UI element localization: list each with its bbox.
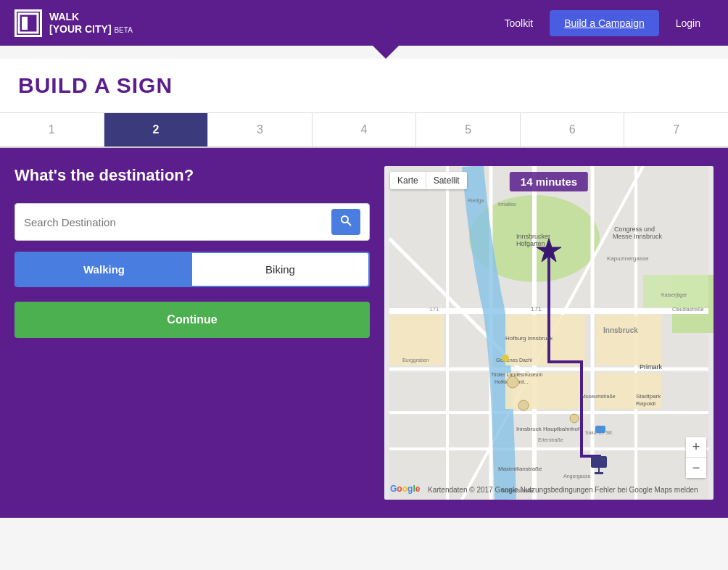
svg-text:Primark: Primark xyxy=(640,363,662,371)
google-logo: Google xyxy=(390,484,420,494)
steps-bar: 1 2 3 4 5 6 7 xyxy=(0,113,728,148)
svg-text:Innsbrucker: Innsbrucker xyxy=(516,233,550,240)
svg-rect-24 xyxy=(505,373,585,409)
logo-area: WALK [YOUR CITY] Beta xyxy=(15,9,133,37)
step-4[interactable]: 4 xyxy=(313,113,417,146)
svg-rect-1 xyxy=(22,17,28,30)
step-6[interactable]: 6 xyxy=(521,113,625,146)
map-time-badge: 14 minutes xyxy=(510,172,588,191)
left-panel: What's the destination? Walking Biking C… xyxy=(15,166,370,500)
svg-text:Innsbruck: Innsbruck xyxy=(603,326,638,334)
walking-button[interactable]: Walking xyxy=(16,253,192,286)
page-title: BUILD A SIGN xyxy=(18,73,710,98)
svg-line-3 xyxy=(347,222,351,226)
svg-text:Erlerstraße: Erlerstraße xyxy=(538,437,563,442)
step-2[interactable]: 2 xyxy=(104,113,209,146)
nav-links: Toolkit Build a Campaign Login xyxy=(492,10,713,36)
map-footer-text: Kartendaten © 2017 Google Nutzungsbeding… xyxy=(428,486,698,494)
svg-text:Riedga: Riedga xyxy=(468,198,484,204)
svg-text:Rapoldi: Rapoldi xyxy=(636,400,655,407)
step-5[interactable]: 5 xyxy=(416,113,521,146)
svg-rect-22 xyxy=(596,315,661,365)
nav-toolkit[interactable]: Toolkit xyxy=(492,12,547,35)
continue-button[interactable]: Continue xyxy=(15,302,370,338)
svg-point-57 xyxy=(507,376,518,388)
svg-text:Tiroler Landesmuseum: Tiroler Landesmuseum xyxy=(491,372,542,377)
svg-text:Messe Innsbruck: Messe Innsbruck xyxy=(613,233,663,240)
zoom-in-button[interactable]: + xyxy=(686,437,706,458)
svg-text:Kapuzinergasse: Kapuzinergasse xyxy=(607,255,649,262)
campaign-section: What's the destination? Walking Biking C… xyxy=(0,148,728,518)
step-1[interactable]: 1 xyxy=(0,113,104,146)
svg-text:Stadtpark: Stadtpark xyxy=(636,393,661,400)
page-title-area: BUILD A SIGN xyxy=(0,59,728,113)
map-type-karte[interactable]: Karte xyxy=(390,172,426,189)
svg-text:171: 171 xyxy=(531,305,542,313)
svg-text:Hofgarten: Hofgarten xyxy=(516,240,545,247)
nav-build-campaign[interactable]: Build a Campaign xyxy=(550,10,659,36)
svg-text:Goldenes Dachl: Goldenes Dachl xyxy=(496,358,532,363)
svg-rect-26 xyxy=(643,275,708,307)
biking-button[interactable]: Biking xyxy=(192,253,368,286)
svg-text:Angergasse: Angergasse xyxy=(563,474,590,479)
step-3[interactable]: 3 xyxy=(208,113,313,146)
svg-rect-0 xyxy=(19,14,38,33)
svg-text:Museumstraße: Museumstraße xyxy=(582,394,616,399)
panel-title: What's the destination? xyxy=(15,166,370,185)
svg-point-2 xyxy=(342,216,348,223)
svg-text:Innsbruck Hauptbahnhof: Innsbruck Hauptbahnhof xyxy=(516,426,580,432)
transport-buttons: Walking Biking xyxy=(15,252,370,287)
header: WALK [YOUR CITY] Beta Toolkit Build a Ca… xyxy=(0,0,728,46)
right-panel: Innsbrucker Hofgarten Congress und Messe… xyxy=(384,166,713,500)
svg-text:171: 171 xyxy=(429,306,439,313)
map-container: Innsbrucker Hofgarten Congress und Messe… xyxy=(384,166,713,500)
header-arrow xyxy=(373,46,399,59)
svg-text:Innallee: Innallee xyxy=(498,202,516,207)
map-type-controls: Karte Satellit xyxy=(390,172,467,189)
search-destination-input[interactable] xyxy=(24,216,331,228)
nav-login[interactable]: Login xyxy=(663,12,713,35)
map-zoom-controls: + − xyxy=(686,437,706,478)
svg-text:Burggraben: Burggraben xyxy=(402,358,429,363)
svg-text:Hofburg Innsbruck: Hofburg Innsbruck xyxy=(505,335,553,342)
svg-point-62 xyxy=(502,355,509,362)
map-type-satellit[interactable]: Satellit xyxy=(426,172,467,189)
svg-text:Maximilianstraße: Maximilianstraße xyxy=(498,466,542,472)
svg-rect-30 xyxy=(595,472,603,474)
svg-text:Claudiastraße: Claudiastraße xyxy=(672,307,704,312)
logo-icon xyxy=(15,9,42,37)
svg-point-59 xyxy=(570,414,579,423)
zoom-out-button[interactable]: − xyxy=(686,458,706,478)
svg-text:Congress und: Congress und xyxy=(614,226,655,233)
search-box xyxy=(15,203,370,241)
svg-rect-28 xyxy=(591,456,607,468)
step-7[interactable]: 7 xyxy=(624,113,728,146)
search-button[interactable] xyxy=(331,209,360,235)
svg-rect-60 xyxy=(595,426,605,433)
svg-point-58 xyxy=(518,400,529,410)
logo-text: WALK [YOUR CITY] Beta xyxy=(49,11,133,36)
svg-text:Kaiserjäger: Kaiserjäger xyxy=(661,292,687,298)
